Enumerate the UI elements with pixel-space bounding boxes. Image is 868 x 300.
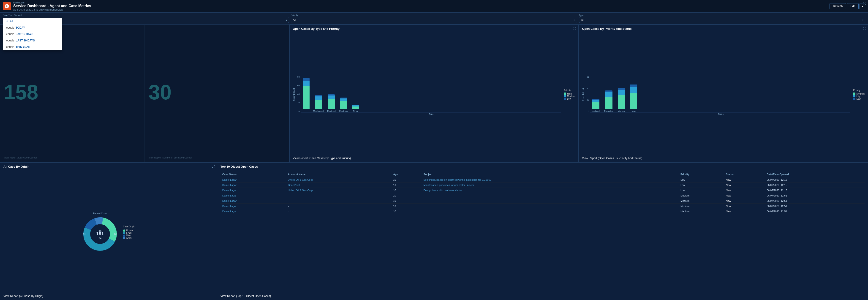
chart-by-status-expand[interactable]: ⛶ <box>863 27 866 30</box>
legend-low-dot <box>564 97 566 100</box>
subject-link[interactable]: Design issue with mechanical rotor <box>424 189 463 192</box>
header-actions: Refresh Edit ▾ <box>830 3 865 9</box>
legend-web-dot <box>123 235 125 237</box>
table-row: Daniel Lagar United Oil & Gas Corp. 10 S… <box>220 177 865 182</box>
cell-date: 06/07/2020, 12:15 <box>765 177 865 182</box>
status-y-tick-60: 60 <box>585 76 589 78</box>
owner-link[interactable]: Daniel Lagar <box>222 210 237 213</box>
priority-filter-group: Priority All <box>291 14 577 23</box>
cell-owner: Daniel Lagar <box>220 204 286 209</box>
account-link[interactable]: United Oil & Gas Corp. <box>288 189 313 192</box>
status-legend-high-dot <box>853 95 856 97</box>
cell-age: 10 <box>391 198 422 204</box>
bar-other-label: Other <box>353 110 358 112</box>
owner-link[interactable]: Daniel Lagar <box>222 200 237 202</box>
cell-date: 06/07/2020, 12:51 <box>765 193 865 198</box>
owner-link[interactable]: Daniel Lagar <box>222 205 237 208</box>
cell-account: - <box>286 204 391 209</box>
bar-electronic: Electronic <box>339 97 348 112</box>
owner-link[interactable]: Daniel Lagar <box>222 189 237 192</box>
dropdown-item-all[interactable]: All <box>3 18 62 25</box>
table-oldest-report[interactable]: View Report (Top 10 Oldest Open Cases) <box>220 295 865 298</box>
type-select-wrapper: All <box>579 17 865 23</box>
dropdown-prefix-thisyear: equals <box>6 46 14 49</box>
table-oldest-card: Top 10 Oldest Open Cases ⛶ Case Owner Ac… <box>217 162 868 300</box>
refresh-button[interactable]: Refresh <box>830 3 846 9</box>
filter-row: Date/Time Opened All Priority All Type A… <box>0 12 868 25</box>
bar-escalated: Escalated <box>604 90 613 112</box>
bar-dash-high <box>303 86 310 109</box>
dropdown-item-today[interactable]: equals TODAY <box>3 25 62 31</box>
chart-origin-expand[interactable]: ⛶ <box>212 165 215 168</box>
col-priority: Priority <box>679 172 724 177</box>
chart-by-type-report[interactable]: View Report (Open Cases By Type and Prio… <box>293 157 576 160</box>
legend-medium: Medium <box>564 95 576 97</box>
cell-status: New <box>724 198 765 204</box>
bar-working-high <box>618 90 625 95</box>
edit-button[interactable]: Edit <box>847 3 859 9</box>
bar-electrical-label: Electrical <box>327 110 336 112</box>
legend-low: Low <box>564 97 576 100</box>
bar-other: Other <box>352 104 359 112</box>
origin-legend: Case Origin Phone Email Web <box>123 226 135 239</box>
bar-working-label: Working <box>618 110 625 112</box>
dropdown-prefix-today: equals <box>6 26 14 29</box>
table-row: Daniel Lagar GenePoint 10 Maintenance gu… <box>220 182 865 188</box>
account-link[interactable]: GenePoint <box>288 184 300 186</box>
dropdown-item-all-label: All <box>10 20 13 23</box>
subject-link[interactable]: Maintenance guidelines for generator unc… <box>424 184 474 186</box>
header-meta: As of 16 Jul 2020, 14:30 Viewing as Dani… <box>13 8 91 11</box>
dropdown-value-last5: LAST 5 DAYS <box>16 32 33 36</box>
cell-owner: Daniel Lagar <box>220 188 286 193</box>
record-count-label: Record Count <box>93 212 107 215</box>
cell-account: - <box>286 193 391 198</box>
legend-medium-label: Medium <box>567 95 576 97</box>
chart-by-type-expand[interactable]: ⛶ <box>573 27 576 30</box>
status-legend-high-label: High <box>856 95 861 97</box>
metric-escalated-report[interactable]: View Report (Number of Escalated Cases) <box>149 156 285 159</box>
cell-age: 10 <box>391 193 422 198</box>
status-legend-priority-label: Priority <box>853 89 865 92</box>
chart-by-type-x-label: Type <box>296 113 561 115</box>
cell-status: New <box>724 188 765 193</box>
owner-link[interactable]: Daniel Lagar <box>222 194 237 197</box>
origin-legend-title: Case Origin <box>123 226 135 228</box>
owner-link[interactable]: Daniel Lagar <box>222 178 237 181</box>
y-tick-60: 60 <box>296 84 300 87</box>
cell-owner: Daniel Lagar <box>220 198 286 204</box>
subject-link[interactable]: Seeking guidance on electrical wiring in… <box>424 178 491 181</box>
dropdown-item-thisyear[interactable]: equals THIS YEAR <box>3 44 62 50</box>
type-filter-select[interactable]: All <box>579 17 865 23</box>
metric-escalated-card: 30 View Report (Number of Escalated Case… <box>145 25 289 162</box>
legend-phone-label: Phone <box>126 229 133 232</box>
account-link[interactable]: United Oil & Gas Corp. <box>288 178 313 181</box>
breadcrumb: Dashboard <box>13 1 91 4</box>
type-filter-group: Type All <box>579 14 865 23</box>
metric-total-report[interactable]: View Report (Total Open Cases) <box>4 156 141 159</box>
bar-dash-label: - <box>306 110 306 112</box>
cell-account: United Oil & Gas Corp. <box>286 177 391 182</box>
chart-by-status-report[interactable]: View Report (Open Cases By Priority And … <box>582 157 865 160</box>
owner-link[interactable]: Daniel Lagar <box>222 184 237 186</box>
dropdown-item-last30[interactable]: equals LAST 30 DAYS <box>3 37 62 44</box>
chart-by-type-title: Open Cases By Type and Priority <box>293 27 340 30</box>
table-oldest-title: Top 10 Oldest Open Cases <box>220 165 258 168</box>
cell-priority: Medium <box>679 204 724 209</box>
dropdown-item-last5[interactable]: equals LAST 5 DAYS <box>3 31 62 37</box>
legend-email-label: Email <box>126 232 132 234</box>
page-title: Service Dashboard - Agent and Case Metri… <box>13 4 91 8</box>
legend-phone-dot <box>123 230 125 232</box>
legend-web-label: Web <box>126 234 131 237</box>
cell-owner: Daniel Lagar <box>220 193 286 198</box>
donut-chart-svg: 16 191 24 91 60 <box>82 216 118 252</box>
chart-origin-report[interactable]: View Report (All Case By Origin) <box>3 295 214 298</box>
header-left: Dashboard Service Dashboard - Agent and … <box>3 1 91 11</box>
bar-electronic-label: Electronic <box>339 110 348 112</box>
status-legend-medium: Medium <box>853 92 865 95</box>
cell-date: 06/07/2020, 12:51 <box>765 204 865 209</box>
priority-filter-select[interactable]: All <box>291 17 577 23</box>
legend-wmail-label: wmail <box>126 237 132 239</box>
bar-mechanical-medium <box>315 96 322 100</box>
cell-status: New <box>724 193 765 198</box>
header-titles: Dashboard Service Dashboard - Agent and … <box>13 1 91 11</box>
